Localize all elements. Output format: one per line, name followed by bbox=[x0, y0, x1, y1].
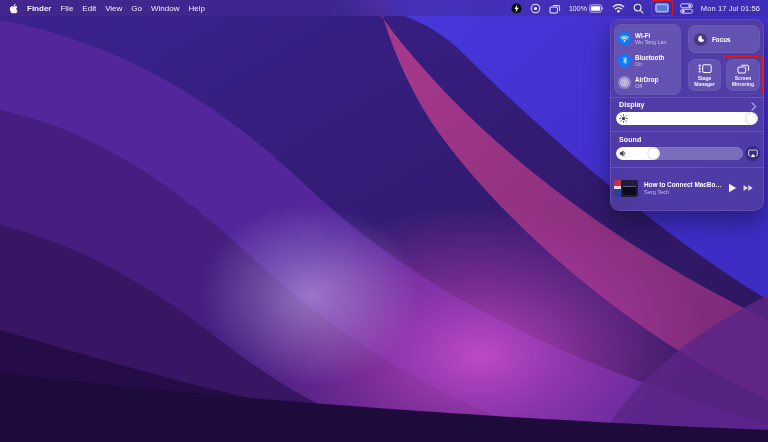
display-brightness-slider[interactable] bbox=[616, 112, 758, 125]
screen-mirroring-tile[interactable]: Screen Mirroring bbox=[726, 59, 760, 91]
bluetooth-label: Bluetooth bbox=[635, 54, 664, 61]
apple-logo bbox=[9, 3, 18, 14]
airplay-audio-button[interactable] bbox=[745, 146, 760, 161]
wifi-status: Wu Tang Lan bbox=[635, 39, 667, 45]
bluetooth-toggle[interactable] bbox=[618, 54, 631, 67]
macos-desktop: Finder File Edit View Go Window Help bbox=[0, 0, 768, 442]
airdrop-toggle[interactable] bbox=[618, 76, 631, 89]
sound-section-label: Sound bbox=[619, 136, 641, 143]
screen-mirroring-label: Screen Mirroring bbox=[728, 76, 758, 87]
bluetooth-row[interactable]: Bluetooth On bbox=[618, 50, 681, 71]
display-slider-knob[interactable] bbox=[746, 113, 757, 124]
focus-label: Focus bbox=[712, 36, 731, 43]
volume-speaker-icon bbox=[619, 149, 628, 158]
fast-forward-icon[interactable] bbox=[743, 184, 754, 192]
stage-manager-icon bbox=[698, 63, 712, 74]
screen-mirroring-icon bbox=[737, 63, 750, 74]
chevron-right-icon[interactable] bbox=[751, 102, 757, 111]
wifi-icon bbox=[620, 35, 629, 42]
screen-mirroring-menubar-icon[interactable] bbox=[652, 1, 672, 15]
divider-media bbox=[610, 167, 764, 168]
menu-file[interactable]: File bbox=[60, 4, 73, 13]
airdrop-label: AirDrop bbox=[635, 76, 658, 83]
sound-slider-knob[interactable] bbox=[648, 148, 659, 159]
record-dot-icon[interactable] bbox=[530, 3, 541, 14]
media-title: How to Connect MacBo… bbox=[644, 181, 722, 189]
media-thumbnail bbox=[614, 180, 638, 197]
bluetooth-icon bbox=[621, 56, 629, 65]
divider-display bbox=[610, 97, 764, 98]
stage-manager-label: Stage Manager bbox=[692, 76, 718, 87]
wifi-toggle[interactable] bbox=[618, 32, 631, 45]
sound-volume-slider[interactable] bbox=[616, 147, 743, 160]
airdrop-status: Off bbox=[635, 83, 658, 89]
menu-finder[interactable]: Finder bbox=[27, 4, 51, 13]
focus-card[interactable]: Focus bbox=[688, 25, 760, 53]
display-slider-fill bbox=[616, 112, 758, 125]
battery-percent: 100% bbox=[569, 5, 587, 12]
menu-go[interactable]: Go bbox=[131, 4, 142, 13]
connectivity-card: Wi-Fi Wu Tang Lan Bluetooth On bbox=[614, 24, 681, 95]
wifi-label: Wi-Fi bbox=[635, 32, 667, 39]
focus-toggle[interactable] bbox=[694, 33, 707, 46]
menu-bar-status: 100% bbox=[511, 1, 768, 15]
bluetooth-status: On bbox=[635, 61, 664, 67]
airplay-audio-icon bbox=[748, 149, 758, 158]
media-artist: Serg Tech bbox=[644, 189, 722, 196]
stage-manager-tile[interactable]: Stage Manager bbox=[688, 59, 721, 91]
display-section-label: Display bbox=[619, 101, 645, 108]
airdrop-row[interactable]: AirDrop Off bbox=[618, 72, 681, 93]
spotlight-icon[interactable] bbox=[633, 3, 644, 14]
battery-status[interactable]: 100% bbox=[569, 4, 604, 13]
media-thumbnail-laptop bbox=[623, 186, 636, 195]
brightness-sun-icon bbox=[619, 114, 628, 123]
menu-bar-left: Finder File Edit View Go Window Help bbox=[0, 3, 205, 14]
divider-sound bbox=[610, 131, 764, 132]
overlapping-windows-icon[interactable] bbox=[549, 3, 561, 14]
battery-icon bbox=[589, 4, 604, 13]
bolt-circle-icon[interactable] bbox=[511, 3, 522, 14]
airdrop-icon bbox=[620, 78, 629, 87]
menu-help[interactable]: Help bbox=[188, 4, 204, 13]
apple-menu[interactable] bbox=[9, 3, 18, 14]
control-center-panel: Wi-Fi Wu Tang Lan Bluetooth On bbox=[610, 19, 764, 211]
menu-window[interactable]: Window bbox=[151, 4, 179, 13]
control-center-icon[interactable] bbox=[680, 3, 693, 14]
menu-edit[interactable]: Edit bbox=[82, 4, 96, 13]
focus-moon-icon bbox=[697, 35, 705, 43]
wifi-menubar-icon[interactable] bbox=[612, 3, 625, 13]
now-playing-row[interactable]: How to Connect MacBo… Serg Tech bbox=[614, 171, 760, 205]
menu-bar-clock[interactable]: Mon 17 Jul 01:56 bbox=[701, 4, 760, 13]
menu-view[interactable]: View bbox=[105, 4, 122, 13]
play-icon[interactable] bbox=[728, 183, 737, 193]
menu-bar: Finder File Edit View Go Window Help bbox=[0, 0, 768, 16]
wifi-row[interactable]: Wi-Fi Wu Tang Lan bbox=[618, 28, 681, 49]
